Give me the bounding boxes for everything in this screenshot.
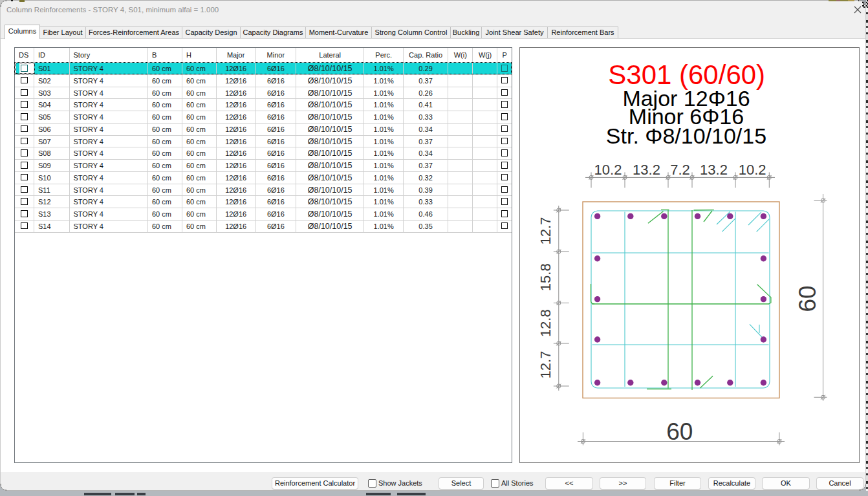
svg-text:12.8: 12.8 — [537, 309, 554, 337]
svg-text:60: 60 — [666, 418, 693, 445]
svg-text:13.2: 13.2 — [700, 162, 728, 178]
svg-text:7.2: 7.2 — [670, 162, 690, 178]
svg-text:13.2: 13.2 — [633, 162, 660, 178]
svg-text:10.2: 10.2 — [739, 162, 766, 178]
svg-text:10.2: 10.2 — [594, 162, 622, 178]
svg-text:Str. Φ8/10/10/15: Str. Φ8/10/10/15 — [606, 124, 766, 148]
svg-text:12.7: 12.7 — [537, 217, 554, 245]
svg-text:12.7: 12.7 — [537, 351, 554, 379]
svg-text:60: 60 — [794, 285, 821, 312]
svg-text:15.8: 15.8 — [537, 263, 554, 291]
